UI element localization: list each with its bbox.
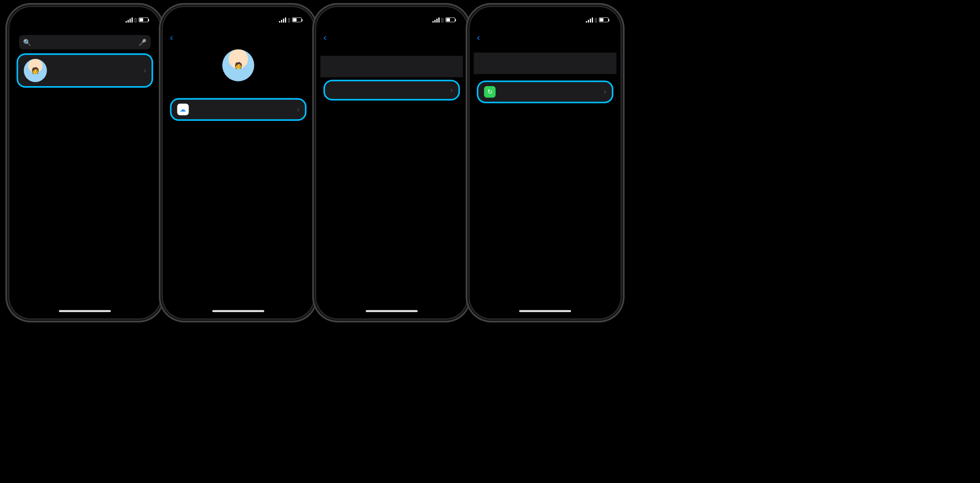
notch — [204, 11, 272, 22]
home-indicator[interactable] — [59, 310, 111, 312]
battery-icon — [599, 18, 608, 22]
phone-icloud: 􀙇 ‹ › — [316, 7, 467, 319]
backup-icon: ↻ — [484, 86, 496, 98]
manage-storage-cell[interactable]: › — [325, 81, 458, 99]
search-input[interactable]: 🔍 🎤 — [19, 35, 151, 49]
back-button[interactable]: ‹ — [477, 32, 481, 42]
notch — [51, 11, 119, 22]
nav-bar: ‹ — [167, 29, 310, 46]
highlight-icloud: ☁ › — [170, 98, 306, 121]
avatar: 🧑 — [222, 49, 254, 81]
highlight-manage-storage: › — [323, 80, 460, 101]
battery-icon — [445, 18, 455, 22]
notch — [358, 11, 425, 22]
storage-bar — [479, 60, 611, 65]
nav-bar: ‹ — [474, 29, 616, 46]
signal-icon — [279, 17, 286, 22]
search-icon: 🔍 — [23, 38, 31, 46]
wifi-icon: 􀙇 — [135, 16, 137, 23]
signal-icon — [125, 17, 132, 22]
back-button[interactable]: ‹ — [323, 32, 327, 42]
chevron-right-icon: › — [604, 88, 606, 96]
avatar: 🧑 — [24, 59, 47, 82]
section-header-storage — [320, 46, 463, 56]
chevron-left-icon: ‹ — [170, 32, 173, 42]
wifi-icon: 􀙇 — [595, 16, 597, 23]
profile-block[interactable]: 🧑 — [167, 46, 310, 91]
chevron-right-icon: › — [144, 66, 146, 74]
profile-cell[interactable]: 🧑 › — [18, 55, 151, 86]
back-button[interactable]: ‹ — [170, 32, 174, 42]
chevron-left-icon: ‹ — [323, 32, 326, 42]
phone-settings: 􀙇 🔍 🎤 🧑 › — [9, 7, 160, 319]
battery-icon — [292, 18, 301, 22]
storage-bar — [326, 63, 458, 68]
signal-icon — [585, 17, 593, 22]
phone-icloud-storage: 􀙇 ‹ ↻ — [470, 7, 621, 319]
home-indicator[interactable] — [212, 310, 264, 312]
home-indicator[interactable] — [519, 310, 571, 312]
storage-block — [474, 52, 616, 74]
cloud-icon: ☁ — [177, 104, 189, 115]
mic-icon[interactable]: 🎤 — [139, 38, 146, 46]
storage-block — [320, 56, 463, 77]
wifi-icon: 􀙇 — [288, 16, 290, 23]
backups-cell[interactable]: ↻ › — [478, 82, 612, 102]
chevron-left-icon: ‹ — [477, 32, 480, 42]
notch — [511, 11, 579, 22]
home-indicator[interactable] — [366, 310, 418, 312]
battery-icon — [139, 18, 148, 22]
phone-apple-id: 􀙇 ‹ 🧑 ☁ › — [163, 7, 314, 319]
highlight-backups: ↻ › — [477, 81, 613, 103]
section-header-apps — [320, 103, 463, 112]
page-title — [13, 29, 156, 35]
icloud-cell[interactable]: ☁ › — [171, 100, 305, 119]
wifi-icon: 􀙇 — [441, 16, 444, 23]
chevron-right-icon: › — [450, 86, 453, 94]
nav-bar: ‹ — [320, 29, 463, 46]
highlight-profile: 🧑 › — [16, 53, 153, 88]
signal-icon — [432, 17, 439, 22]
chevron-right-icon: › — [297, 105, 299, 114]
